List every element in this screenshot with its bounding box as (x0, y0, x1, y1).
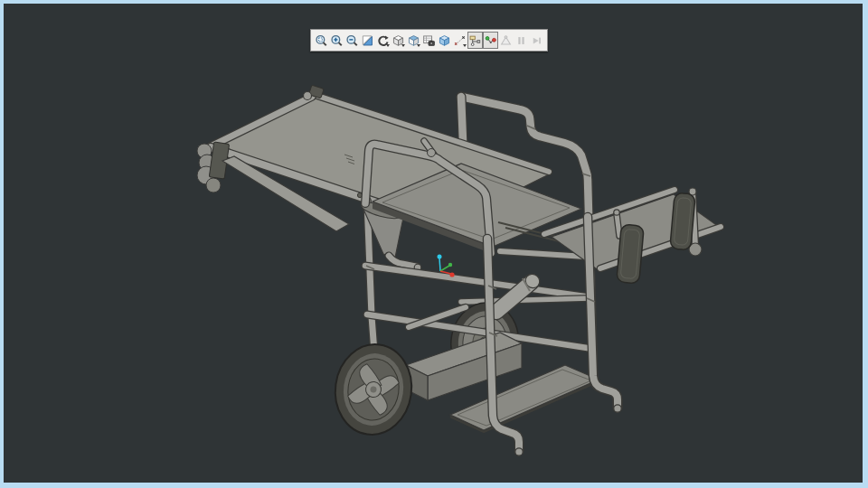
model-front-wheel (329, 340, 417, 440)
model-footrest (544, 188, 722, 284)
toolbar-button-pause-animation (514, 32, 529, 49)
toolbar (310, 29, 548, 52)
toolbar-icon (361, 33, 374, 48)
toolbar-icon (422, 33, 436, 48)
toolbar-button-zoom-out[interactable] (344, 32, 360, 49)
toolbar-icon (514, 33, 528, 48)
toolbar-button-shaded-display[interactable] (437, 32, 452, 49)
toolbar-button-standard-views[interactable] (391, 32, 406, 49)
toolbar-button-zoom-area[interactable] (314, 32, 329, 49)
cart-3d-model (4, 4, 863, 483)
dropdown-caret-icon (386, 44, 390, 47)
dropdown-caret-icon (417, 44, 420, 47)
toolbar-icon (330, 33, 344, 48)
toolbar-button-step-animation (529, 32, 544, 49)
toolbar-button-snapshot-table[interactable] (421, 32, 437, 49)
bed-roller (197, 142, 230, 192)
toolbar-icon (438, 33, 451, 48)
dropdown-caret-icon (463, 44, 467, 47)
toolbar-icon (345, 33, 359, 48)
toolbar-icon (484, 33, 497, 48)
toolbar-button-zoom-in[interactable] (329, 32, 344, 49)
toolbar-button-rotate-view[interactable] (375, 32, 391, 49)
dropdown-caret-icon (401, 44, 405, 47)
toolbar-button-zoom-fit[interactable] (360, 32, 375, 49)
toolbar-button-component-tree[interactable] (467, 32, 483, 49)
toolbar-icon (499, 33, 513, 48)
toolbar-button-physics-simulation (498, 32, 514, 49)
toolbar-button-move-component[interactable] (483, 32, 498, 49)
viewport-canvas[interactable] (4, 4, 863, 483)
triad-front-axis-dot (449, 272, 454, 277)
toolbar-icon (315, 33, 328, 48)
triad-up-axis-dot (438, 255, 442, 259)
toolbar-button-section-view[interactable] (406, 32, 421, 49)
toolbar-button-measure[interactable] (452, 32, 467, 49)
model-mid-rail (365, 266, 591, 297)
toolbar-icon (468, 33, 482, 48)
triad-lateral-axis-dot (448, 263, 452, 267)
window-frame (0, 0, 868, 488)
toolbar-icon (530, 33, 543, 48)
